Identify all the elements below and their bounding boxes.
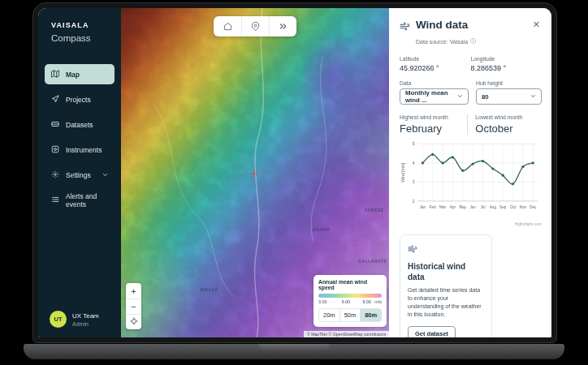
legend-unit: m/s bbox=[374, 299, 382, 304]
sidebar-item-alerts[interactable]: Alerts and events bbox=[45, 190, 115, 210]
pin-button[interactable] bbox=[241, 16, 269, 36]
legend-tick: 3.00 bbox=[318, 299, 327, 304]
sidebar-item-map[interactable]: Map bbox=[45, 64, 115, 84]
get-dataset-button[interactable]: Get dataset bbox=[408, 326, 456, 337]
laptop-mockup: VAISALA Compass Map Projects Datasets bbox=[0, 0, 588, 365]
height-20m-button[interactable]: 20m bbox=[319, 309, 339, 321]
legend-scale: 3.00 6.00 9.00 m/s bbox=[318, 299, 382, 306]
panel-title: Wind data bbox=[416, 19, 468, 31]
svg-text:Mar: Mar bbox=[439, 205, 446, 209]
zoom-out-button[interactable]: − bbox=[126, 298, 141, 314]
highest-wind-month: Highest wind month February bbox=[400, 114, 467, 135]
svg-text:5: 5 bbox=[413, 141, 415, 146]
card-title: Historical wind data bbox=[408, 262, 484, 282]
close-icon[interactable]: ✕ bbox=[531, 19, 542, 31]
collapse-panel-button[interactable] bbox=[269, 16, 296, 36]
data-select-value: Monthly mean wind ... bbox=[405, 89, 457, 104]
wind-chart: JanFebMarAprMayJunJulAugSepOctNovDec2345… bbox=[400, 138, 543, 221]
sidebar-item-projects[interactable]: Projects bbox=[45, 89, 115, 110]
chevron-down-icon bbox=[457, 93, 463, 101]
map-toolbar bbox=[214, 16, 296, 36]
data-select[interactable]: Monthly mean wind ... bbox=[400, 88, 469, 105]
laptop-base bbox=[24, 344, 564, 359]
svg-text:Jun: Jun bbox=[469, 205, 476, 209]
highest-wind-label: Highest wind month bbox=[400, 114, 460, 120]
lowest-wind-month: Lowest wind month October bbox=[467, 114, 542, 135]
geolocate-button[interactable] bbox=[126, 314, 141, 329]
user-menu[interactable]: UT UX Team Admin bbox=[45, 311, 115, 328]
sidebar-item-label: Map bbox=[66, 71, 80, 79]
sidebar-menu: Map Projects Datasets Instruments bbox=[45, 64, 115, 210]
info-icon[interactable]: ⓘ bbox=[470, 37, 476, 45]
datasets-icon bbox=[51, 120, 59, 130]
map-city-label: BIELLA bbox=[201, 287, 218, 292]
wind-icon bbox=[400, 20, 410, 35]
instruments-icon bbox=[51, 145, 59, 155]
highest-wind-value: February bbox=[400, 122, 460, 135]
sidebar: VAISALA Compass Map Projects Datasets bbox=[38, 8, 121, 337]
map-attribution[interactable]: © MapTiler © OpenStreetMap contributors bbox=[304, 331, 389, 337]
svg-text:Dec: Dec bbox=[530, 205, 537, 209]
monthly-wind-chart-wrap: JanFebMarAprMayJunJulAugSepOctNovDec2345… bbox=[400, 138, 542, 226]
selected-location-marker bbox=[250, 167, 259, 182]
sidebar-item-label: Alerts and events bbox=[66, 192, 108, 208]
svg-text:Jan: Jan bbox=[420, 205, 426, 209]
wind-data-panel: Wind data ✕ Data source: Vaisala ⓘ Latit… bbox=[389, 8, 551, 337]
legend-tick: 9.00 bbox=[363, 299, 372, 304]
svg-text:Sep: Sep bbox=[499, 205, 507, 209]
data-select-label: Data bbox=[400, 80, 469, 86]
longitude-field: Longitude 8.286539 ° bbox=[471, 56, 543, 72]
settings-icon bbox=[51, 170, 59, 180]
svg-text:Wind [m/s]: Wind [m/s] bbox=[400, 162, 405, 182]
double-chevron-right-icon bbox=[279, 19, 288, 34]
panel-header: Wind data ✕ bbox=[400, 19, 542, 35]
height-80m-button[interactable]: 80m bbox=[360, 309, 381, 321]
latitude-field: Latitude 45.920266 ° bbox=[400, 56, 471, 72]
data-select-field: Data Monthly mean wind ... bbox=[400, 80, 469, 105]
sidebar-item-label: Datasets bbox=[66, 121, 93, 129]
sidebar-item-label: Settings bbox=[66, 171, 91, 179]
home-icon bbox=[223, 19, 232, 34]
card-body: Get detailed time series data to enhance… bbox=[408, 286, 484, 320]
legend-tick: 6.00 bbox=[342, 299, 351, 304]
projects-icon bbox=[51, 95, 59, 105]
home-button[interactable] bbox=[214, 16, 241, 36]
sidebar-item-label: Instruments bbox=[66, 146, 102, 154]
data-source-label: Data source: Vaisala bbox=[416, 39, 468, 45]
svg-text:Jul: Jul bbox=[481, 205, 486, 209]
sidebar-item-instruments[interactable]: Instruments bbox=[45, 140, 115, 160]
map-zoom-controls: + − bbox=[126, 283, 141, 329]
svg-text:May: May bbox=[459, 205, 466, 209]
brand-logo: VAISALA Compass bbox=[45, 21, 115, 43]
historical-wind-card: Historical wind data Get detailed time s… bbox=[400, 234, 492, 337]
sidebar-item-datasets[interactable]: Datasets bbox=[45, 114, 115, 135]
lowest-wind-label: Lowest wind month bbox=[475, 114, 535, 120]
geolocate-icon bbox=[130, 317, 138, 327]
map-canvas[interactable]: BIELLA ARONA GALLARATE VARESE bbox=[121, 8, 389, 337]
latitude-label: Latitude bbox=[400, 56, 471, 62]
longitude-value: 8.286539 ° bbox=[471, 64, 543, 72]
brand-name: VAISALA bbox=[51, 21, 115, 29]
sidebar-item-label: Projects bbox=[66, 96, 91, 104]
coordinates: Latitude 45.920266 ° Longitude 8.286539 … bbox=[400, 56, 542, 72]
height-toggle-group: 20m 50m 80m bbox=[318, 308, 382, 322]
zoom-in-button[interactable]: + bbox=[126, 283, 141, 298]
user-role: Admin bbox=[72, 321, 99, 327]
hub-height-select[interactable]: 80 bbox=[476, 88, 542, 105]
map-city-label: VARESE bbox=[365, 208, 384, 213]
lowest-wind-value: October bbox=[475, 122, 535, 135]
wind-icon bbox=[408, 243, 417, 256]
hub-height-value: 80 bbox=[482, 93, 489, 101]
app-window: VAISALA Compass Map Projects Datasets bbox=[38, 8, 551, 337]
legend-title: Annual mean wind speed bbox=[318, 279, 382, 290]
latitude-value: 45.920266 ° bbox=[400, 64, 471, 72]
data-source: Data source: Vaisala ⓘ bbox=[416, 37, 542, 45]
laptop-base-notch bbox=[259, 344, 329, 350]
map-city-label: ARONA bbox=[313, 227, 330, 232]
sidebar-item-settings[interactable]: Settings bbox=[45, 165, 115, 185]
height-50m-button[interactable]: 50m bbox=[339, 309, 361, 321]
wind-month-summary: Highest wind month February Lowest wind … bbox=[400, 114, 542, 135]
brand-product: Compass bbox=[51, 33, 115, 43]
laptop-bezel: VAISALA Compass Map Projects Datasets bbox=[32, 2, 557, 343]
select-row: Data Monthly mean wind ... Hub height 80 bbox=[400, 80, 542, 105]
